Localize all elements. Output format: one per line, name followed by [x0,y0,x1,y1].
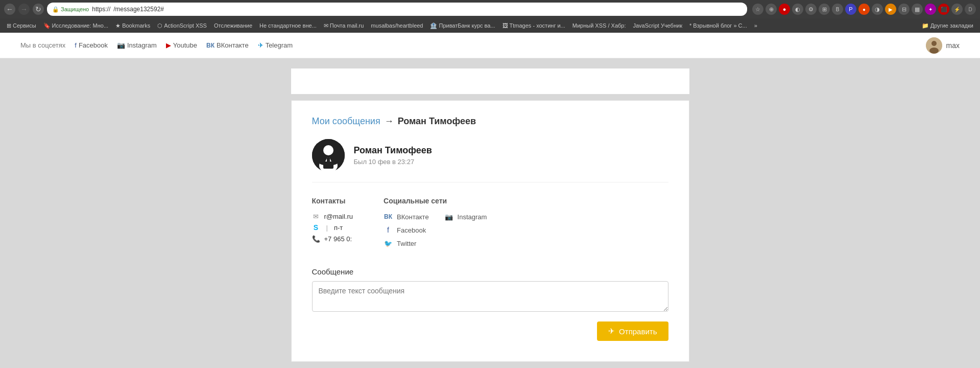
bookmark-ttimages[interactable]: 🖼 Ttmages - хостинг и... [500,21,568,30]
phone-icon: 📞 [312,235,320,243]
breadcrumb: Мои сообщения → Роман Тимофеев [312,116,668,127]
vk-social-icon: ВК [384,212,393,221]
social-nav-label: Мы в соцсетях [20,41,65,49]
vk-icon: ВК [206,42,214,49]
user-profile-row: Роман Тимофеев Был 10 фев в 23:27 [312,139,668,182]
social-vk-label: ВКонтакте [397,213,429,221]
social-link-telegram[interactable]: ✈ Telegram [258,41,293,49]
bookmark-bookmarks[interactable]: ★ Bookmarks [113,21,153,30]
send-btn-row: ✈ Отправить [312,321,668,341]
social-facebook-label: Facebook [397,226,426,234]
page-background: Мои сообщения → Роман Тимофеев [0,58,980,368]
browser-action-15[interactable]: ⬛ [938,4,949,15]
browser-action-8[interactable]: P [845,4,856,15]
instagram-label: Instagram [127,41,157,49]
browser-action-5[interactable]: ⚙ [805,4,817,15]
avatar-image [926,37,942,54]
facebook-social-icon: f [384,225,393,235]
bookmark-more[interactable]: » [752,21,760,30]
bookmark-xss[interactable]: ⬡ ActionScript XSS [155,21,209,30]
bookmark-mail[interactable]: ✉ Почта mail.ru [321,21,367,30]
youtube-icon: ▶ [166,41,171,49]
breadcrumb-arrow: → [385,116,394,127]
svg-point-4 [323,145,333,155]
browser-action-7[interactable]: B [832,4,843,15]
social-vk[interactable]: ВК ВКонтакте [384,212,429,221]
social-col-left: ВК ВКонтакте f Facebook 🐦 Twitter [384,212,429,252]
message-section: Сообщение [312,267,668,313]
social-networks-grid: ВК ВКонтакте f Facebook 🐦 Twitter [384,212,487,252]
bookmark-privat[interactable]: 🏦 ПриватБанк курс ва... [427,21,497,30]
send-label: Отправить [619,327,657,336]
social-facebook[interactable]: f Facebook [384,225,429,235]
send-button[interactable]: ✈ Отправить [597,321,668,341]
bookmark-mxss[interactable]: Мирный XSS / Хабр: [570,21,629,30]
browser-action-17[interactable]: D [965,4,976,15]
social-link-vk[interactable]: ВК ВКонтакте [206,41,249,49]
contact-skype-value: п-т [334,224,343,232]
address-path: /message132592# [113,6,164,13]
svg-point-1 [931,41,937,46]
email-icon: ✉ [312,212,320,220]
bookmark-services[interactable]: ⊞ Сервисы [4,21,39,30]
main-card: Мои сообщения → Роман Тимофеев [291,100,689,362]
contacts-col: Контакты ✉ r@mail.ru S | п-т 📞 +7 965 0: [312,197,353,252]
browser-action-16[interactable]: ⚡ [951,4,963,15]
send-icon: ✈ [608,327,615,336]
profile-name: Роман Тимофеев [354,145,432,156]
browser-action-6[interactable]: ⊞ [819,4,830,15]
bookmark-blog[interactable]: * Взрывной блог » С... [687,21,750,30]
browser-action-11[interactable]: ▶ [885,4,896,15]
social-link-instagram[interactable]: 📷 Instagram [117,41,157,49]
browser-action-3[interactable]: ● [779,4,790,15]
social-link-youtube[interactable]: ▶ Youtube [166,41,197,49]
social-twitter[interactable]: 🐦 Twitter [384,239,429,248]
social-twitter-label: Twitter [397,240,416,247]
bookmark-nonstandard[interactable]: Не стандартное вне... [257,21,319,30]
social-instagram[interactable]: 📷 Instagram [444,212,487,221]
user-menu[interactable]: max [926,37,960,54]
reload-button[interactable]: ↻ [33,4,44,15]
browser-chrome: ← → ↻ 🔒 Защищено https:// /message132592… [0,0,980,33]
contacts-title: Контакты [312,197,353,205]
bookmark-research[interactable]: 🔖 Исследование: Мно... [41,21,111,30]
message-input[interactable] [312,281,668,312]
bookmark-js[interactable]: JavaScript Учебник [630,21,684,30]
breadcrumb-link[interactable]: Мои сообщения [312,116,380,127]
facebook-label: Facebook [79,41,108,49]
social-networks-title: Социальные сети [384,197,487,205]
social-link-facebook[interactable]: f Facebook [75,41,108,49]
bookmark-track[interactable]: Отслеживание [211,21,255,30]
browser-action-14[interactable]: ✦ [925,4,936,15]
contact-email-value: r@mail.ru [324,213,353,220]
social-instagram-label: Instagram [458,213,487,221]
facebook-icon: f [75,41,77,49]
telegram-icon: ✈ [258,41,264,49]
breadcrumb-current: Роман Тимофеев [398,116,476,127]
bookmark-musalbas[interactable]: musalbas/heartbleed [368,21,425,30]
browser-action-1[interactable]: ☆ [752,4,763,15]
browser-action-10[interactable]: ◑ [872,4,883,15]
back-button[interactable]: ← [4,4,15,15]
browser-action-12[interactable]: ⊟ [898,4,910,15]
browser-action-4[interactable]: ◐ [792,4,803,15]
profile-avatar [312,139,345,172]
contact-skype: S | п-т [312,223,353,232]
contact-phone: 📞 +7 965 0: [312,235,353,243]
browser-action-9[interactable]: ● [858,4,870,15]
browser-toolbar: ← → ↻ 🔒 Защищено https:// /message132592… [0,0,980,18]
bookmark-other[interactable]: 📁 Другие закладки [919,21,976,30]
browser-action-13[interactable]: ▦ [912,4,923,15]
vk-label: ВКонтакте [217,41,249,49]
secure-badge: 🔒 Защищено [52,6,89,13]
contact-email: ✉ r@mail.ru [312,212,353,220]
forward-button[interactable]: → [18,4,30,15]
address-bar[interactable]: 🔒 Защищено https:// /message132592# [47,3,747,16]
user-name: max [946,41,960,50]
twitter-icon: 🐦 [384,239,393,248]
social-col-right: 📷 Instagram [444,212,487,252]
user-avatar [926,37,942,54]
youtube-label: Youtube [173,41,197,49]
social-nav: Мы в соцсетях f Facebook 📷 Instagram ▶ Y… [20,41,293,49]
browser-action-2[interactable]: ⊕ [766,4,777,15]
